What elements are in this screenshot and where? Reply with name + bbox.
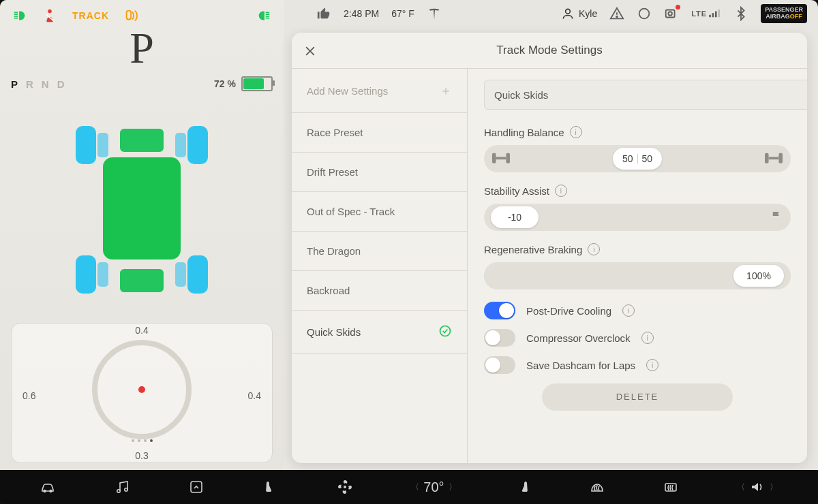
delete-button[interactable]: DELETE bbox=[542, 383, 733, 411]
g-value-left: 0.6 bbox=[22, 390, 35, 401]
svg-point-19 bbox=[44, 490, 46, 492]
stability-assist-slider[interactable]: -10 bbox=[484, 204, 791, 231]
svg-rect-15 bbox=[496, 157, 506, 159]
svg-rect-18 bbox=[769, 157, 779, 159]
preset-item[interactable]: The Dragon bbox=[292, 232, 467, 271]
dashcam-icon[interactable] bbox=[664, 6, 679, 21]
prnd-row: P R N D bbox=[11, 78, 65, 90]
preset-item[interactable]: Drift Preset bbox=[292, 153, 467, 192]
svg-point-3 bbox=[639, 9, 650, 19]
plus-icon: ＋ bbox=[440, 82, 452, 99]
svg-rect-16 bbox=[765, 153, 769, 163]
svg-rect-14 bbox=[506, 153, 510, 163]
svg-rect-4 bbox=[666, 10, 675, 18]
post-drive-cooling-toggle[interactable] bbox=[484, 302, 515, 319]
preset-item[interactable]: Race Preset bbox=[292, 113, 467, 153]
headlight-icon bbox=[256, 8, 271, 23]
preset-item[interactable]: Backroad bbox=[292, 271, 467, 311]
svg-point-12 bbox=[440, 326, 451, 336]
dock-defrost-front-button[interactable] bbox=[589, 479, 605, 495]
chevron-left-icon[interactable]: 〈 bbox=[411, 482, 419, 493]
track-mode-label: TRACK bbox=[72, 10, 109, 21]
dashboard-panel: TRACK P P R N D 72 % bbox=[0, 0, 284, 470]
dock-defrost-rear-button[interactable] bbox=[663, 479, 679, 495]
bluetooth-icon[interactable] bbox=[733, 6, 748, 21]
handling-balance-slider[interactable]: 5050 bbox=[484, 145, 791, 172]
info-icon[interactable]: i bbox=[622, 304, 635, 317]
foglight-icon bbox=[12, 8, 27, 23]
regen-braking-slider[interactable]: 100% bbox=[484, 262, 791, 289]
checkered-flag-icon bbox=[770, 210, 783, 225]
preset-item[interactable]: Out of Spec - Track bbox=[292, 192, 467, 232]
svg-rect-8 bbox=[715, 12, 717, 18]
checkmark-icon bbox=[438, 324, 452, 340]
battery-icon bbox=[241, 76, 273, 91]
chevron-right-icon[interactable]: 〉 bbox=[449, 482, 457, 493]
dock-volume-button[interactable]: 〈 〉 bbox=[737, 479, 778, 495]
save-dashcam-label: Save Dashcam for Laps bbox=[526, 360, 635, 371]
g-value-right: 0.4 bbox=[248, 390, 261, 401]
dock-right-seat-button[interactable] bbox=[515, 479, 531, 495]
thumbs-up-icon bbox=[316, 6, 331, 21]
dock-cabin-temp[interactable]: 〈 70° 〉 bbox=[411, 479, 456, 495]
dock-left-seat-button[interactable] bbox=[262, 479, 279, 495]
preset-add-new[interactable]: Add New Settings ＋ bbox=[292, 69, 467, 113]
svg-point-22 bbox=[125, 488, 127, 491]
svg-rect-17 bbox=[778, 153, 783, 163]
chevron-left-icon[interactable]: 〈 bbox=[737, 482, 745, 493]
dock-car-button[interactable] bbox=[40, 479, 56, 495]
svg-point-20 bbox=[50, 490, 52, 492]
user-profile-button[interactable]: Kyle bbox=[561, 7, 597, 20]
g-meter-card[interactable]: 0.4 0.6 0.4 0.3 bbox=[11, 323, 273, 463]
regen-braking-label: Regenerative Braking i bbox=[484, 243, 791, 255]
svg-point-2 bbox=[616, 16, 618, 18]
traction-control-off-icon bbox=[124, 8, 139, 23]
svg-point-5 bbox=[669, 12, 673, 16]
chassis-thermal-view bbox=[11, 91, 273, 323]
handling-balance-value: 5050 bbox=[613, 148, 662, 170]
dock-fan-button[interactable] bbox=[337, 479, 353, 495]
preset-list: Add New Settings ＋ Race Preset Drift Pre… bbox=[292, 69, 468, 463]
save-dashcam-toggle[interactable] bbox=[484, 356, 515, 374]
svg-rect-6 bbox=[709, 15, 711, 18]
info-icon[interactable]: i bbox=[570, 126, 582, 138]
passenger-airbag-indicator: PASSENGER AIRBAGOFF bbox=[761, 4, 807, 23]
bottom-dock: 〈 70° 〉 〈 〉 bbox=[0, 470, 818, 504]
post-drive-cooling-label: Post-Drive Cooling bbox=[526, 305, 611, 317]
preset-item-selected[interactable]: Quick Skids bbox=[292, 311, 467, 354]
svg-point-10 bbox=[48, 10, 52, 14]
rear-axle-icon bbox=[765, 152, 783, 166]
info-icon[interactable]: i bbox=[641, 332, 654, 344]
svg-point-0 bbox=[566, 9, 571, 14]
g-value-bottom: 0.3 bbox=[135, 450, 148, 461]
chevron-right-icon[interactable]: 〉 bbox=[770, 482, 778, 493]
svg-rect-9 bbox=[718, 10, 721, 17]
dock-launcher-button[interactable] bbox=[188, 479, 204, 495]
preset-name-input[interactable] bbox=[484, 80, 807, 110]
info-icon[interactable]: i bbox=[555, 185, 567, 197]
svg-point-24 bbox=[344, 486, 346, 488]
battery-readout[interactable]: 72 % bbox=[214, 76, 273, 91]
modal-title: Track Mode Settings bbox=[496, 44, 602, 57]
stability-assist-value: -10 bbox=[491, 206, 539, 228]
front-axle-icon bbox=[492, 152, 510, 166]
dock-music-button[interactable] bbox=[114, 479, 130, 495]
status-outside-temp: 67° F bbox=[391, 8, 414, 19]
page-dots[interactable] bbox=[22, 439, 261, 442]
close-button[interactable] bbox=[301, 42, 319, 60]
track-mode-settings-modal: Track Mode Settings Add New Settings ＋ R… bbox=[292, 33, 807, 463]
tesla-logo-icon[interactable] bbox=[427, 6, 442, 21]
stability-assist-label: Stability Assist i bbox=[484, 185, 791, 197]
status-bar: 2:48 PM 67° F Kyle LTE PASSENGER AIR bbox=[305, 0, 818, 27]
settings-pane: Handling Balance i 5050 bbox=[468, 69, 807, 463]
compressor-overclock-toggle[interactable] bbox=[484, 329, 515, 347]
info-icon[interactable]: i bbox=[646, 359, 658, 371]
gear-indicator: P bbox=[11, 23, 273, 74]
warning-icon[interactable] bbox=[609, 6, 624, 21]
seatbelt-warning-icon bbox=[42, 8, 57, 23]
info-icon[interactable]: i bbox=[588, 243, 600, 255]
svg-point-21 bbox=[117, 490, 120, 492]
sentry-circle-icon[interactable] bbox=[637, 6, 652, 21]
cell-signal: LTE bbox=[691, 9, 721, 18]
svg-rect-13 bbox=[492, 153, 496, 163]
